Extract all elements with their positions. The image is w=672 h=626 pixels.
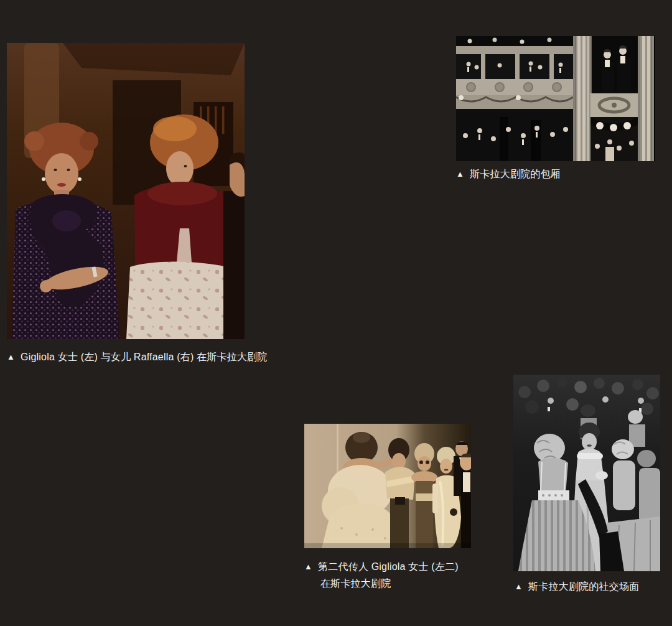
photo-caption-social-scene: ▲斯卡拉大剧院的社交场面 [513, 579, 669, 596]
photo-gigliola-raffaella-illustration: TEATRO ALLA SCA Inaugurazione Stagione [7, 43, 245, 339]
caption-text-line-1: 第二代传人 Gigliola 女士 (左二) [318, 561, 459, 572]
caption-triangle-marker: ▲ [456, 166, 464, 182]
photo-gigliola-raffaella: TEATRO ALLA SCA Inaugurazione Stagione [7, 43, 245, 339]
caption-triangle-marker: ▲ [7, 349, 15, 365]
photo2-column-right [638, 36, 655, 161]
photo2-left-box-tiers [456, 38, 573, 162]
caption-text: 斯卡拉大剧院的包厢 [470, 169, 561, 179]
caption-triangle-marker: ▲ [304, 559, 312, 575]
article-page: TEATRO ALLA SCA Inaugurazione Stagione ▲… [0, 0, 672, 626]
photo-la-scala-boxes-illustration [456, 36, 655, 161]
figure-second-generation-gigliola: ▲第二代传人 Gigliola 女士 (左二) 在斯卡拉大剧院 [304, 424, 478, 592]
photo2-center-box [590, 36, 638, 161]
photo-caption-gigliola-raffaella: ▲Gigliola 女士 (左) 与女儿 Raffaella (右) 在斯卡拉大… [7, 349, 268, 366]
photo-social-scene-illustration [513, 375, 660, 571]
photo2-column-left [573, 36, 592, 161]
figure-la-scala-boxes: ▲斯卡拉大剧院的包厢 [456, 36, 668, 183]
figure-la-scala-social-scene: ▲斯卡拉大剧院的社交场面 [513, 375, 669, 596]
photo-caption-la-scala-boxes: ▲斯卡拉大剧院的包厢 [456, 166, 668, 183]
caption-triangle-marker: ▲ [515, 579, 523, 595]
photo-second-generation-gigliola [304, 424, 471, 548]
figure-gigliola-raffaella: TEATRO ALLA SCA Inaugurazione Stagione ▲… [7, 43, 268, 366]
caption-text-line-2: 在斯卡拉大剧院 [304, 576, 478, 592]
caption-text: 斯卡拉大剧院的社交场面 [528, 581, 639, 592]
photo-la-scala-social-scene [513, 375, 660, 571]
photo-la-scala-boxes [456, 36, 655, 161]
caption-text: Gigliola 女士 (左) 与女儿 Raffaella (右) 在斯卡拉大剧… [21, 352, 267, 362]
photo-second-generation-illustration [304, 424, 471, 548]
photo-caption-second-generation: ▲第二代传人 Gigliola 女士 (左二) 在斯卡拉大剧院 [304, 559, 478, 592]
